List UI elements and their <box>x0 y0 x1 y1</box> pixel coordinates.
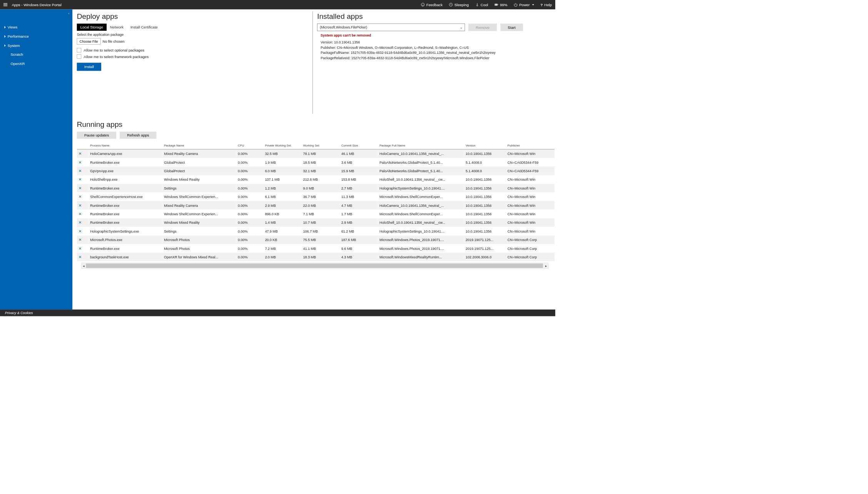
svg-point-4 <box>477 5 478 6</box>
temperature-status[interactable]: Cool <box>475 3 488 7</box>
topbar: Apps - Windows Device Portal Feedback Sl… <box>0 0 555 9</box>
refresh-apps-button[interactable]: Refresh apps <box>120 131 157 139</box>
clock-icon <box>449 3 453 7</box>
column-header[interactable]: Private Working Set <box>264 142 302 150</box>
svg-rect-6 <box>498 4 498 5</box>
column-header[interactable]: Process Name <box>88 142 162 150</box>
sidebar-item-views[interactable]: Views <box>0 23 72 32</box>
column-header[interactable]: Package Full Name <box>378 142 464 150</box>
sidebar-item-openxr[interactable]: OpenXR <box>0 59 72 68</box>
sleep-status[interactable]: Sleeping <box>449 3 469 7</box>
running-heading: Running apps <box>77 120 555 129</box>
topbar-right: Feedback Sleeping Cool 99% Power ? Help <box>421 3 552 7</box>
table-row: ✕RuntimeBroker.exeSettings0.00%1.2 MB9.0… <box>77 184 555 192</box>
table-row: ✕RuntimeBroker.exeGlobalProtect0.00%1.9 … <box>77 158 555 166</box>
chevron-down-icon <box>532 4 534 5</box>
install-button[interactable]: Install <box>77 63 101 71</box>
help-button[interactable]: ? Help <box>541 3 552 7</box>
running-apps-table: Process NamePackage NameCPUPrivate Worki… <box>77 142 555 261</box>
column-header[interactable]: CPU <box>236 142 263 150</box>
column-header[interactable] <box>77 142 89 150</box>
scrollbar-thumb[interactable] <box>86 263 543 268</box>
installed-apps-panel: Installed apps (Microsoft.Windows.FilePi… <box>313 9 555 116</box>
close-icon[interactable]: ✕ <box>78 238 82 242</box>
scroll-right-icon[interactable]: ▶ <box>544 263 549 268</box>
installed-app-select[interactable]: (Microsoft.Windows.FilePicker) ⌄ <box>317 23 465 31</box>
table-row: ✕Microsoft.Photos.exeMicrosoft Photos0.0… <box>77 235 555 244</box>
optional-packages-label: Allow me to select optional packages <box>84 48 144 52</box>
table-row: ✕HoloCameraApp.exeMixed Reality Camera0.… <box>77 149 555 158</box>
deploy-tabs: Local Storage Network Install Certificat… <box>77 23 308 31</box>
privacy-link[interactable]: Privacy & Cookies <box>5 311 33 315</box>
table-row: ✕HolographicSystemSettings.exeSettings0.… <box>77 227 555 235</box>
table-row: ✕ShellCommonExperienceHost.exeWindows Sh… <box>77 192 555 201</box>
column-header[interactable]: Version <box>464 142 506 150</box>
caret-right-icon <box>5 26 6 28</box>
optional-packages-checkbox[interactable] <box>77 48 82 53</box>
deploy-apps-panel: Deploy apps Local Storage Network Instal… <box>72 9 312 116</box>
column-header[interactable]: Package Name <box>162 142 236 150</box>
close-icon[interactable]: ✕ <box>78 151 82 156</box>
no-file-text: No file chosen <box>103 39 125 43</box>
close-icon[interactable]: ✕ <box>78 186 82 190</box>
sidebar-item-scratch[interactable]: Scratch <box>0 50 72 59</box>
remove-button[interactable]: Remove <box>468 23 497 31</box>
close-icon[interactable]: ✕ <box>78 255 82 259</box>
scroll-left-icon[interactable]: ◀ <box>82 263 86 268</box>
app-details: Version: 10.0.19041.1356 Publisher: CN=M… <box>320 40 551 61</box>
close-icon[interactable]: ✕ <box>78 195 82 199</box>
table-row: ✕RuntimeBroker.exeWindows Mixed Reality0… <box>77 218 555 227</box>
pause-updates-button[interactable]: Pause updates <box>77 131 116 139</box>
column-header[interactable]: Publisher <box>506 142 554 150</box>
svg-point-2 <box>423 4 424 5</box>
choose-file-button[interactable]: Choose File <box>77 38 101 45</box>
table-row: ✕backgroundTaskHost.exeOpenXR for Window… <box>77 253 555 261</box>
close-icon[interactable]: ✕ <box>78 229 82 233</box>
close-icon[interactable]: ✕ <box>78 246 82 251</box>
close-icon[interactable]: ✕ <box>78 169 82 173</box>
close-icon[interactable]: ✕ <box>78 220 82 225</box>
footer: Privacy & Cookies <box>0 309 555 316</box>
caret-right-icon <box>5 35 6 37</box>
column-header[interactable]: Commit Size <box>340 142 378 150</box>
tab-local-storage[interactable]: Local Storage <box>77 23 107 31</box>
remove-warning: System apps can't be removed <box>320 33 551 37</box>
tab-network[interactable]: Network <box>107 23 127 31</box>
svg-point-0 <box>421 3 424 6</box>
battery-status[interactable]: 99% <box>494 3 507 7</box>
close-icon[interactable]: ✕ <box>78 160 82 165</box>
framework-packages-label: Allow me to select framework packages <box>84 55 149 59</box>
sidebar: ‹ ViewsPerformanceSystemScratchOpenXR <box>0 9 72 309</box>
power-icon <box>514 3 517 7</box>
chevron-down-icon: ⌄ <box>460 25 463 29</box>
sidebar-item-system[interactable]: System <box>0 41 72 50</box>
deploy-heading: Deploy apps <box>77 12 308 21</box>
horizontal-scrollbar[interactable]: ◀ ▶ <box>81 263 549 269</box>
feedback-button[interactable]: Feedback <box>421 3 442 7</box>
select-package-label: Select the application package <box>77 33 308 37</box>
sidebar-item-performance[interactable]: Performance <box>0 32 72 41</box>
smiley-icon <box>421 3 425 7</box>
caret-right-icon <box>5 44 6 47</box>
collapse-sidebar-icon[interactable]: ‹ <box>68 11 69 15</box>
installed-heading: Installed apps <box>317 12 551 21</box>
svg-point-1 <box>422 4 422 5</box>
table-row: ✕GpVpnApp.exeGlobalProtect0.00%6.0 MB32.… <box>77 166 555 175</box>
close-icon[interactable]: ✕ <box>78 203 82 208</box>
tab-install-certificate[interactable]: Install Certificate <box>127 23 161 31</box>
column-header[interactable]: Working Set <box>302 142 340 150</box>
hamburger-menu-icon[interactable] <box>3 3 7 6</box>
table-row: ✕RuntimeBroker.exeWindows ShellCommon Ex… <box>77 210 555 218</box>
svg-rect-7 <box>495 4 497 5</box>
question-icon: ? <box>541 3 543 7</box>
table-row: ✕RuntimeBroker.exeMicrosoft Photos0.00%7… <box>77 244 555 253</box>
framework-packages-checkbox[interactable] <box>77 54 82 59</box>
thermometer-icon <box>475 3 479 7</box>
table-row: ✕RuntimeBroker.exeMixed Reality Camera0.… <box>77 201 555 210</box>
start-button[interactable]: Start <box>500 23 523 31</box>
power-menu[interactable]: Power <box>514 3 534 7</box>
close-icon[interactable]: ✕ <box>78 177 82 181</box>
battery-icon <box>494 3 498 7</box>
close-icon[interactable]: ✕ <box>78 212 82 216</box>
page-title: Apps - Windows Device Portal <box>12 3 62 7</box>
